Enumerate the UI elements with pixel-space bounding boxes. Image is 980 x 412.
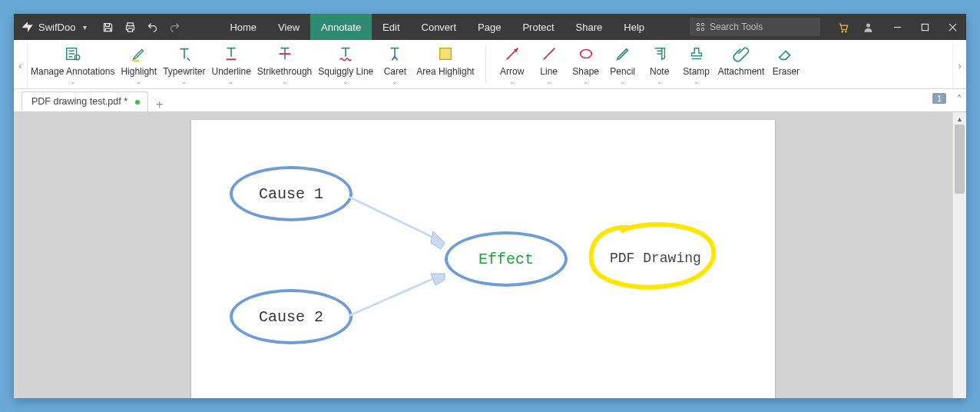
- ribbon-separator: [485, 46, 486, 83]
- new-tab-button[interactable]: +: [148, 98, 171, 111]
- tool-area-highlight[interactable]: Area Highlight: [413, 43, 477, 77]
- tool-eraser[interactable]: Eraser: [767, 43, 804, 77]
- print-icon[interactable]: [124, 22, 136, 33]
- tool-manage-annotations[interactable]: Manage Annotations⌄: [28, 43, 118, 85]
- tool-strikethrough[interactable]: Strikethrough⌄: [254, 43, 315, 85]
- menu-share[interactable]: Share: [565, 14, 614, 40]
- menu-convert[interactable]: Convert: [411, 14, 468, 40]
- document-tabs: PDF drawing test.pdf * + 1 ˄: [14, 89, 966, 112]
- area-highlight-icon: [437, 45, 454, 62]
- ribbon-tools: Manage Annotations⌄ Highlight⌄ Typewrite…: [28, 43, 952, 88]
- svg-point-3: [74, 55, 79, 59]
- shape-cause1[interactable]: Cause 1: [230, 166, 353, 221]
- close-button[interactable]: [939, 14, 966, 40]
- scroll-up-icon[interactable]: ▴: [953, 112, 966, 125]
- search-placeholder: Search Tools: [710, 22, 763, 32]
- eraser-icon: [777, 45, 794, 62]
- tool-note[interactable]: Note⌄: [641, 43, 678, 85]
- tool-line[interactable]: Line⌄: [531, 43, 568, 85]
- tool-shape[interactable]: Shape⌄: [568, 43, 604, 85]
- menu-edit[interactable]: Edit: [372, 14, 410, 40]
- undo-icon[interactable]: [147, 22, 158, 33]
- scroll-thumb[interactable]: [955, 125, 965, 194]
- svg-marker-7: [431, 231, 445, 249]
- ribbon-scroll-left[interactable]: ‹: [14, 43, 28, 88]
- titlebar: SwifDoo ▾ Home View Annotate Edit Conver…: [14, 14, 966, 40]
- app-logo-icon: [22, 21, 34, 33]
- svg-line-8: [349, 274, 445, 316]
- underline-icon: [223, 45, 240, 62]
- typewriter-icon: [176, 45, 193, 62]
- manage-annotations-icon: [65, 45, 81, 62]
- line-icon: [541, 45, 558, 62]
- shape-icon: [578, 45, 594, 62]
- tool-highlight[interactable]: Highlight⌄: [118, 43, 160, 85]
- window-controls: [883, 14, 966, 40]
- arrow-cause2-effect[interactable]: [345, 266, 468, 327]
- tool-arrow[interactable]: Arrow⌄: [494, 43, 531, 85]
- note-icon: [651, 45, 668, 62]
- svg-rect-1: [922, 24, 928, 30]
- app-window: SwifDoo ▾ Home View Annotate Edit Conver…: [14, 14, 966, 398]
- main-menu: Home View Annotate Edit Convert Page Pro…: [219, 14, 655, 40]
- svg-marker-9: [431, 274, 445, 285]
- strikethrough-icon: [276, 45, 293, 62]
- workspace: Cause 1 Cause 2 Effect: [14, 112, 966, 398]
- pencil-icon: [614, 45, 631, 62]
- attachment-icon: [733, 45, 750, 62]
- caret-icon: [386, 45, 403, 62]
- annotation-text[interactable]: PDF Drawing: [610, 251, 701, 266]
- tool-typewriter[interactable]: Typewriter⌄: [160, 43, 208, 85]
- vertical-scrollbar[interactable]: ▴: [952, 112, 966, 398]
- svg-line-6: [349, 197, 445, 243]
- menu-view[interactable]: View: [267, 14, 310, 40]
- tool-stamp[interactable]: Stamp⌄: [678, 43, 715, 85]
- highlight-icon: [131, 45, 147, 62]
- squiggly-icon: [337, 45, 354, 62]
- tool-pencil[interactable]: Pencil⌄: [604, 43, 641, 85]
- menu-home[interactable]: Home: [219, 14, 267, 40]
- svg-point-5: [580, 50, 591, 58]
- app-name: SwifDoo: [38, 22, 75, 33]
- tool-underline[interactable]: Underline⌄: [208, 43, 253, 85]
- brand-dropdown-icon: ▾: [80, 23, 87, 32]
- app-brand[interactable]: SwifDoo ▾: [14, 14, 94, 40]
- ribbon-scroll-right[interactable]: ›: [952, 43, 966, 88]
- svg-rect-4: [440, 48, 452, 60]
- arrow-icon: [504, 45, 521, 62]
- menu-help[interactable]: Help: [613, 14, 655, 40]
- svg-point-0: [866, 23, 870, 27]
- shape-cause2[interactable]: Cause 2: [230, 289, 353, 344]
- menu-annotate[interactable]: Annotate: [310, 14, 372, 40]
- document-tab-label: PDF drawing test.pdf *: [31, 96, 127, 107]
- shape-cause2-text: Cause 2: [259, 308, 323, 326]
- menu-protect[interactable]: Protect: [512, 14, 564, 40]
- tool-squiggly[interactable]: Squiggly Line⌄: [315, 43, 376, 85]
- minimize-button[interactable]: [883, 14, 911, 40]
- page-indicator: 1: [932, 93, 946, 104]
- shape-cause1-text: Cause 1: [259, 185, 323, 203]
- redo-icon[interactable]: [169, 22, 180, 33]
- ribbon: ‹ Manage Annotations⌄ Highlight⌄ Typewri…: [14, 40, 966, 89]
- pdf-page[interactable]: Cause 1 Cause 2 Effect: [191, 120, 775, 398]
- search-tools[interactable]: Search Tools: [690, 18, 820, 36]
- quick-actions: [94, 14, 188, 40]
- shape-effect-text: Effect: [478, 251, 534, 268]
- unsaved-indicator-icon: [135, 100, 140, 105]
- stamp-icon: [688, 45, 705, 62]
- user-icon[interactable]: [862, 22, 874, 33]
- save-icon[interactable]: [102, 22, 114, 33]
- menu-page[interactable]: Page: [467, 14, 512, 40]
- tool-attachment[interactable]: Attachment: [715, 43, 768, 77]
- collapse-ribbon-icon[interactable]: ˄: [957, 94, 962, 105]
- cart-icon[interactable]: [837, 22, 849, 33]
- maximize-button[interactable]: [911, 14, 939, 40]
- grid-icon: [696, 22, 705, 32]
- titlebar-right: Search Tools: [682, 14, 966, 40]
- arrow-cause1-effect[interactable]: [345, 189, 468, 258]
- document-tab[interactable]: PDF drawing test.pdf *: [22, 91, 148, 111]
- tool-caret[interactable]: Caret⌄: [376, 43, 413, 85]
